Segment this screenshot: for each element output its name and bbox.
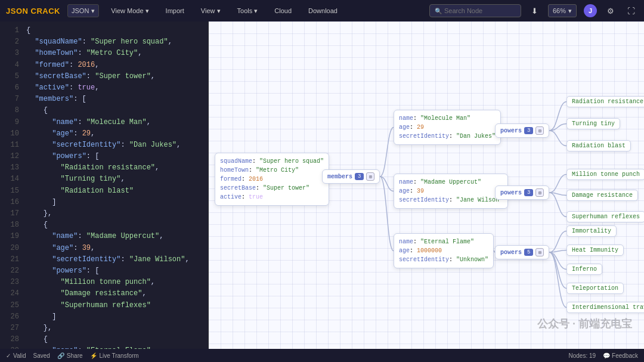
code-content: "squadName": "Super hero squad", — [26, 36, 172, 48]
json-punctuation — [26, 61, 35, 69]
json-string: "Radiation blast" — [61, 187, 134, 195]
json-punctuation: : — [69, 83, 78, 92]
json-string: "Dan Jukes" — [129, 141, 177, 149]
members-count: 3 — [355, 173, 364, 180]
expand-icon[interactable]: ⊞ — [535, 188, 544, 197]
powers2-label: powers — [500, 190, 522, 196]
code-line: 19 "name": "Madame Uppercut", — [0, 231, 208, 242]
json-key: "secretBase" — [35, 72, 86, 81]
powers1-array-node[interactable]: powers 3 ⊞ — [495, 123, 549, 138]
json-punctuation: { — [26, 335, 48, 344]
share-button[interactable]: 🔗 Share — [57, 352, 83, 359]
json-type-selector[interactable]: JSON ▾ — [67, 4, 99, 17]
feedback-link[interactable]: 💬 Feedback — [603, 352, 638, 359]
line-number: 15 — [5, 185, 19, 197]
powers1-label: powers — [500, 128, 522, 134]
json-punctuation: : — [78, 118, 86, 126]
graph-panel[interactable]: squadName: "Super hero squad" homeTown: … — [209, 21, 644, 349]
code-content: "formed": 2016, — [26, 60, 99, 71]
line-number: 13 — [5, 162, 19, 174]
json-punctuation: , — [91, 244, 95, 252]
json-punctuation — [26, 289, 61, 298]
view-mode-menu[interactable]: View Mode ▾ — [106, 6, 153, 16]
expand-icon[interactable]: ⊞ — [535, 126, 544, 135]
tools-menu[interactable]: Tools ▾ — [233, 6, 263, 16]
json-punctuation: : — [69, 61, 78, 69]
json-punctuation: : — [120, 141, 129, 149]
code-line: 12 "powers": [ — [0, 151, 208, 162]
avatar[interactable]: J — [584, 4, 597, 17]
json-punctuation — [26, 278, 61, 286]
download-icon-button[interactable]: ⬇ — [528, 5, 541, 17]
code-content: "powers": [ — [26, 265, 99, 277]
json-punctuation: , — [155, 163, 159, 172]
leaf-teleportation: Teleportation — [566, 283, 624, 294]
view-menu[interactable]: View ▾ — [196, 6, 225, 16]
leaf-inferno: Inferno — [566, 264, 602, 275]
json-punctuation: : — [82, 38, 91, 46]
import-button[interactable]: Import — [161, 6, 189, 16]
live-transform-button[interactable]: ⚡ Live Transform — [90, 352, 139, 359]
json-key: "formed" — [35, 61, 69, 69]
logo-crack: CRACK — [31, 7, 60, 16]
watermark: 公众号 · 前端充电宝 — [537, 317, 632, 331]
member3-node: name: "Eternal Flame" age: 1000000 secre… — [394, 233, 494, 268]
json-punctuation — [26, 267, 52, 275]
chevron-down-icon: ▾ — [568, 7, 572, 15]
main-area: 1{2 "squadName": "Super hero squad",3 "h… — [0, 21, 644, 349]
cloud-button[interactable]: Cloud — [270, 6, 296, 16]
download-button[interactable]: Download — [304, 6, 342, 16]
expand-icon[interactable]: ⊞ — [366, 172, 374, 181]
code-line: 3 "homeTown": "Metro City", — [0, 48, 208, 59]
line-number: 23 — [5, 277, 19, 288]
code-content: { — [26, 334, 48, 345]
settings-icon[interactable]: ⚙ — [604, 5, 617, 17]
json-string: "Metro City" — [86, 49, 138, 57]
code-content: }, — [26, 208, 52, 219]
json-key: "secretIdentity" — [52, 141, 120, 149]
line-number: 27 — [5, 323, 19, 334]
search-box[interactable]: 🔍 — [429, 4, 521, 17]
members-array-node[interactable]: members 3 ⊞ — [322, 169, 380, 184]
json-key: "secretIdentity" — [52, 255, 120, 264]
json-punctuation: : [ — [86, 267, 100, 275]
line-number: 4 — [5, 60, 19, 71]
app-logo: JSON CRACK — [6, 7, 60, 16]
code-line: 5 "secretBase": "Super tower", — [0, 71, 208, 82]
json-punctuation — [26, 118, 52, 126]
line-number: 8 — [5, 105, 19, 116]
code-content: ] — [26, 197, 56, 208]
line-number: 22 — [5, 265, 19, 277]
json-string: "Jane Wilson" — [129, 255, 185, 264]
saved-status: Saved — [33, 352, 50, 359]
leaf-radiation-resistance: Radiation resistance — [566, 96, 644, 107]
json-punctuation: , — [138, 49, 142, 57]
line-number: 14 — [5, 174, 19, 185]
member2-node: name: "Madame Uppercut" age: 39 secretId… — [394, 174, 508, 209]
json-punctuation: , — [151, 72, 155, 81]
json-punctuation: , — [147, 118, 151, 126]
code-line: 8 { — [0, 105, 208, 116]
json-punctuation: : — [73, 129, 82, 138]
powers3-array-node[interactable]: powers 5 ⊞ — [495, 245, 549, 259]
leaf-superhuman-reflexes: Superhuman reflexes — [566, 211, 644, 222]
line-number: 20 — [5, 243, 19, 254]
code-content: { — [26, 105, 48, 116]
json-punctuation: : — [86, 72, 95, 81]
line-number: 26 — [5, 311, 19, 323]
powers2-array-node[interactable]: powers 3 ⊞ — [495, 185, 549, 200]
json-punctuation: }, — [26, 324, 52, 332]
json-punctuation: , — [91, 129, 95, 138]
line-number: 21 — [5, 254, 19, 265]
leaf-immortality: Immortality — [566, 225, 617, 237]
code-line: 9 "name": "Molecule Man", — [0, 117, 208, 128]
json-string: "Superhuman reflexes" — [61, 301, 151, 310]
json-key: "name" — [52, 118, 78, 126]
expand-icon[interactable]: ⊞ — [535, 248, 544, 256]
json-key: "members" — [35, 95, 73, 103]
search-input[interactable] — [444, 7, 516, 14]
leaf-turning-tiny: Turning tiny — [566, 118, 620, 129]
zoom-selector[interactable]: 66% ▾ — [548, 4, 577, 17]
json-punctuation: { — [26, 221, 48, 229]
fullscreen-icon[interactable]: ⛶ — [624, 5, 638, 17]
